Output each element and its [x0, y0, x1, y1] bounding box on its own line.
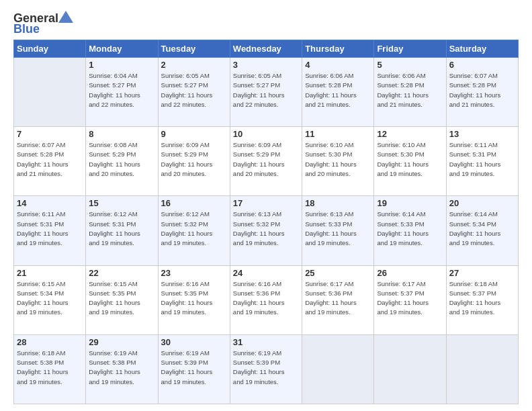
- day-info: Sunrise: 6:19 AMSunset: 5:38 PMDaylight:…: [89, 349, 154, 387]
- calendar-day-cell: 3Sunrise: 6:05 AMSunset: 5:27 PMDaylight…: [230, 58, 302, 127]
- day-number: 3: [233, 60, 299, 70]
- calendar-day-cell: 27Sunrise: 6:18 AMSunset: 5:37 PMDayligh…: [446, 265, 518, 334]
- calendar-week-row: 7Sunrise: 6:07 AMSunset: 5:28 PMDaylight…: [14, 127, 519, 196]
- day-info: Sunrise: 6:15 AMSunset: 5:35 PMDaylight:…: [89, 279, 154, 318]
- day-number: 13: [449, 129, 515, 139]
- day-number: 11: [305, 129, 371, 139]
- weekday-header: Tuesday: [158, 40, 230, 58]
- calendar-day-cell: 8Sunrise: 6:08 AMSunset: 5:29 PMDaylight…: [86, 127, 158, 196]
- day-info: Sunrise: 6:12 AMSunset: 5:31 PMDaylight:…: [89, 210, 154, 248]
- calendar-day-cell: 20Sunrise: 6:14 AMSunset: 5:34 PMDayligh…: [446, 196, 518, 265]
- calendar-day-cell: 16Sunrise: 6:12 AMSunset: 5:32 PMDayligh…: [158, 196, 230, 265]
- day-number: 22: [89, 268, 154, 278]
- calendar-day-cell: [302, 334, 374, 404]
- day-info: Sunrise: 6:15 AMSunset: 5:34 PMDaylight:…: [17, 279, 83, 318]
- day-number: 15: [89, 198, 154, 208]
- calendar-week-row: 28Sunrise: 6:18 AMSunset: 5:38 PMDayligh…: [14, 334, 519, 404]
- calendar-day-cell: 7Sunrise: 6:07 AMSunset: 5:28 PMDaylight…: [14, 127, 86, 196]
- calendar-day-cell: 22Sunrise: 6:15 AMSunset: 5:35 PMDayligh…: [86, 265, 158, 334]
- day-number: 8: [89, 129, 154, 139]
- day-number: 27: [449, 268, 515, 278]
- calendar-day-cell: 9Sunrise: 6:09 AMSunset: 5:29 PMDaylight…: [158, 127, 230, 196]
- logo-icon: [58, 11, 73, 23]
- day-number: 26: [377, 268, 443, 278]
- day-info: Sunrise: 6:14 AMSunset: 5:33 PMDaylight:…: [377, 210, 443, 248]
- day-info: Sunrise: 6:17 AMSunset: 5:37 PMDaylight:…: [377, 279, 443, 318]
- logo: General Blue: [13, 12, 73, 36]
- calendar-day-cell: 13Sunrise: 6:11 AMSunset: 5:31 PMDayligh…: [446, 127, 518, 196]
- day-number: 31: [233, 337, 299, 347]
- day-info: Sunrise: 6:19 AMSunset: 5:39 PMDaylight:…: [161, 349, 227, 387]
- weekday-header: Friday: [374, 40, 446, 58]
- day-info: Sunrise: 6:08 AMSunset: 5:29 PMDaylight:…: [89, 140, 154, 179]
- calendar-day-cell: 29Sunrise: 6:19 AMSunset: 5:38 PMDayligh…: [86, 334, 158, 404]
- day-info: Sunrise: 6:05 AMSunset: 5:27 PMDaylight:…: [161, 71, 227, 109]
- day-info: Sunrise: 6:17 AMSunset: 5:36 PMDaylight:…: [305, 279, 371, 318]
- day-info: Sunrise: 6:16 AMSunset: 5:36 PMDaylight:…: [233, 279, 299, 318]
- day-number: 29: [89, 337, 154, 347]
- calendar-day-cell: 18Sunrise: 6:13 AMSunset: 5:33 PMDayligh…: [302, 196, 374, 265]
- page: General Blue SundayMondayTuesdayWednesda…: [0, 0, 532, 411]
- calendar-day-cell: 17Sunrise: 6:13 AMSunset: 5:32 PMDayligh…: [230, 196, 302, 265]
- day-number: 1: [89, 60, 154, 70]
- day-number: 12: [377, 129, 443, 139]
- day-info: Sunrise: 6:12 AMSunset: 5:32 PMDaylight:…: [161, 210, 227, 248]
- day-info: Sunrise: 6:07 AMSunset: 5:28 PMDaylight:…: [17, 140, 83, 179]
- day-info: Sunrise: 6:14 AMSunset: 5:34 PMDaylight:…: [449, 210, 515, 248]
- day-number: 25: [305, 268, 371, 278]
- day-number: 5: [377, 60, 443, 70]
- day-info: Sunrise: 6:06 AMSunset: 5:28 PMDaylight:…: [377, 71, 443, 109]
- day-number: 17: [233, 198, 299, 208]
- day-number: 23: [161, 268, 227, 278]
- weekday-header: Thursday: [302, 40, 374, 58]
- day-info: Sunrise: 6:09 AMSunset: 5:29 PMDaylight:…: [161, 140, 227, 179]
- calendar-table: SundayMondayTuesdayWednesdayThursdayFrid…: [13, 40, 519, 404]
- calendar-day-cell: 11Sunrise: 6:10 AMSunset: 5:30 PMDayligh…: [302, 127, 374, 196]
- svg-marker-0: [58, 11, 73, 23]
- day-number: 21: [17, 268, 83, 278]
- day-info: Sunrise: 6:13 AMSunset: 5:33 PMDaylight:…: [305, 210, 371, 248]
- calendar-day-cell: 10Sunrise: 6:09 AMSunset: 5:29 PMDayligh…: [230, 127, 302, 196]
- calendar-day-cell: 14Sunrise: 6:11 AMSunset: 5:31 PMDayligh…: [14, 196, 86, 265]
- calendar-day-cell: 1Sunrise: 6:04 AMSunset: 5:27 PMDaylight…: [86, 58, 158, 127]
- day-info: Sunrise: 6:05 AMSunset: 5:27 PMDaylight:…: [233, 71, 299, 109]
- day-info: Sunrise: 6:09 AMSunset: 5:29 PMDaylight:…: [233, 140, 299, 179]
- calendar-day-cell: 26Sunrise: 6:17 AMSunset: 5:37 PMDayligh…: [374, 265, 446, 334]
- calendar-day-cell: 19Sunrise: 6:14 AMSunset: 5:33 PMDayligh…: [374, 196, 446, 265]
- day-info: Sunrise: 6:04 AMSunset: 5:27 PMDaylight:…: [89, 71, 154, 109]
- day-info: Sunrise: 6:06 AMSunset: 5:28 PMDaylight:…: [305, 71, 371, 109]
- day-number: 7: [17, 129, 83, 139]
- calendar-week-row: 14Sunrise: 6:11 AMSunset: 5:31 PMDayligh…: [14, 196, 519, 265]
- day-info: Sunrise: 6:19 AMSunset: 5:39 PMDaylight:…: [233, 349, 299, 387]
- weekday-header: Sunday: [14, 40, 86, 58]
- calendar-day-cell: 28Sunrise: 6:18 AMSunset: 5:38 PMDayligh…: [14, 334, 86, 404]
- day-number: 6: [449, 60, 515, 70]
- calendar-day-cell: 6Sunrise: 6:07 AMSunset: 5:28 PMDaylight…: [446, 58, 518, 127]
- day-number: 30: [161, 337, 227, 347]
- day-number: 19: [377, 198, 443, 208]
- logo-blue-text: Blue: [13, 22, 40, 36]
- weekday-header: Monday: [86, 40, 158, 58]
- day-info: Sunrise: 6:10 AMSunset: 5:30 PMDaylight:…: [377, 140, 443, 179]
- calendar-day-cell: 30Sunrise: 6:19 AMSunset: 5:39 PMDayligh…: [158, 334, 230, 404]
- calendar-day-cell: 25Sunrise: 6:17 AMSunset: 5:36 PMDayligh…: [302, 265, 374, 334]
- day-number: 9: [161, 129, 227, 139]
- day-info: Sunrise: 6:18 AMSunset: 5:38 PMDaylight:…: [17, 349, 83, 387]
- day-info: Sunrise: 6:07 AMSunset: 5:28 PMDaylight:…: [449, 71, 515, 109]
- calendar-week-row: 21Sunrise: 6:15 AMSunset: 5:34 PMDayligh…: [14, 265, 519, 334]
- calendar-day-cell: [446, 334, 518, 404]
- calendar-week-row: 1Sunrise: 6:04 AMSunset: 5:27 PMDaylight…: [14, 58, 519, 127]
- day-number: 14: [17, 198, 83, 208]
- calendar-day-cell: [374, 334, 446, 404]
- calendar-day-cell: 5Sunrise: 6:06 AMSunset: 5:28 PMDaylight…: [374, 58, 446, 127]
- calendar-day-cell: 21Sunrise: 6:15 AMSunset: 5:34 PMDayligh…: [14, 265, 86, 334]
- day-info: Sunrise: 6:11 AMSunset: 5:31 PMDaylight:…: [17, 210, 83, 248]
- weekday-header: Saturday: [446, 40, 518, 58]
- weekday-header: Wednesday: [230, 40, 302, 58]
- day-number: 2: [161, 60, 227, 70]
- calendar-day-cell: 15Sunrise: 6:12 AMSunset: 5:31 PMDayligh…: [86, 196, 158, 265]
- day-number: 16: [161, 198, 227, 208]
- day-number: 18: [305, 198, 371, 208]
- day-number: 28: [17, 337, 83, 347]
- calendar-day-cell: 31Sunrise: 6:19 AMSunset: 5:39 PMDayligh…: [230, 334, 302, 404]
